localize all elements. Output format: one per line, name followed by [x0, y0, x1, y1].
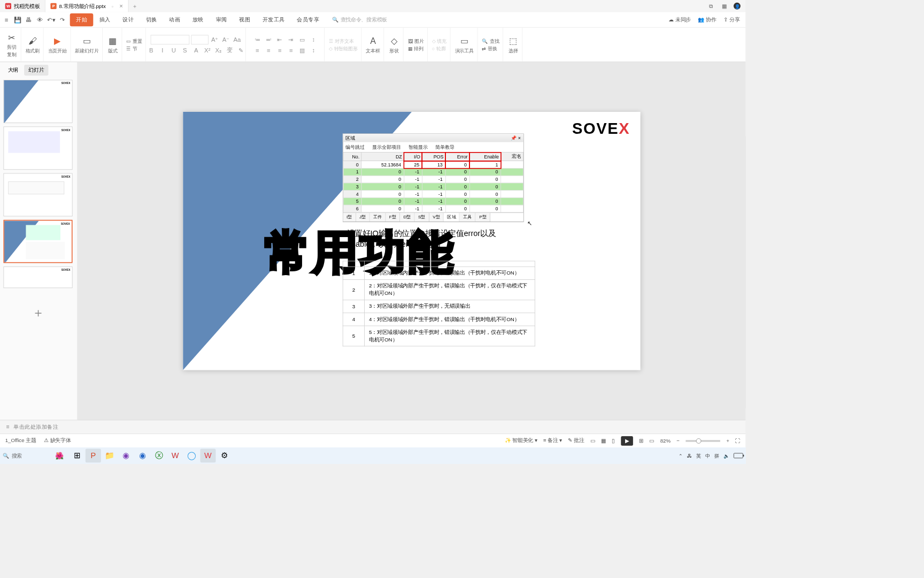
- desc-row: 22：对区域领域内部产生干扰时，错误输出（干扰时，仅在手动模式下电机可ON）: [343, 280, 535, 300]
- reading-view-icon[interactable]: ▯: [612, 438, 615, 444]
- window-layout-icon[interactable]: ⧉: [707, 3, 714, 10]
- comment-toggle[interactable]: ✎ 批注: [568, 437, 584, 445]
- ribbon-tab-审阅[interactable]: 审阅: [210, 13, 233, 26]
- slide-viewport[interactable]: SOVEX 区域 📌 × 编号跳过显示全部项目智能显示简单教导 No.DZI/O…: [78, 62, 745, 420]
- new-tab-button[interactable]: ＋: [128, 2, 141, 10]
- new-slide-button[interactable]: ▭新建幻灯片: [75, 35, 98, 54]
- ribbon-tab-设计[interactable]: 设计: [117, 13, 140, 26]
- grid-settings-icon[interactable]: ⊞: [639, 438, 643, 444]
- slide-canvas[interactable]: SOVEX 区域 📌 × 编号跳过显示全部项目智能显示简单教导 No.DZI/O…: [183, 112, 640, 370]
- people-icon: 👥: [698, 17, 704, 22]
- zoom-plus[interactable]: +: [726, 438, 729, 444]
- ribbon-tab-放映[interactable]: 放映: [187, 13, 210, 26]
- tab-close-icon[interactable]: ×: [119, 3, 123, 10]
- textbox-button[interactable]: A文本框: [366, 35, 380, 54]
- notes-toggle[interactable]: ≡ 备注 ▾: [543, 437, 562, 445]
- arrange-button[interactable]: ▦排列: [408, 45, 424, 51]
- col-header: No.: [343, 152, 361, 161]
- thumbnails[interactable]: SOVEX SOVEX SOVEX SOVEX SOVEX ＋: [0, 78, 77, 420]
- user-avatar[interactable]: 👤: [734, 3, 741, 10]
- save-icon[interactable]: 💾: [14, 16, 22, 24]
- xbox-icon[interactable]: ⓧ: [151, 448, 166, 462]
- slide-thumb-2[interactable]: SOVEX: [3, 126, 72, 170]
- browser-icon[interactable]: ◯: [184, 448, 199, 462]
- region-table: No.DZI/OPOSErrorEnable宏名 052.13684251301…: [343, 152, 523, 212]
- slides-tab[interactable]: 幻灯片: [24, 65, 48, 75]
- network-icon[interactable]: 🖧: [687, 453, 692, 459]
- taskbar-search[interactable]: 🔍 搜索: [3, 452, 50, 460]
- battery-icon[interactable]: [734, 453, 743, 459]
- indent-right-icon: ⇥: [286, 35, 296, 44]
- zoom-minus[interactable]: −: [676, 438, 680, 444]
- demo-tool-button[interactable]: ▭演示工具: [455, 35, 474, 54]
- slideshow-button[interactable]: ▶: [621, 436, 633, 446]
- share-icon: ⇪: [723, 17, 728, 22]
- layout-button[interactable]: ▦版式: [107, 35, 118, 54]
- undo-icon[interactable]: ↶▾: [48, 16, 56, 24]
- command-search[interactable]: 🔍 查找命令、搜索模板: [332, 16, 387, 24]
- wps-taskbar-icon[interactable]: W: [200, 448, 215, 462]
- format-painter-button[interactable]: 🖌格式刷: [26, 35, 40, 54]
- ime-lang-zh[interactable]: 中: [705, 452, 710, 459]
- beautify-button[interactable]: ✨ 智能美化 ▾: [505, 437, 537, 445]
- redo-icon[interactable]: ↷: [59, 16, 67, 24]
- outline-tab[interactable]: 大纲: [3, 65, 22, 75]
- explorer-icon[interactable]: 📁: [102, 448, 117, 462]
- reset-button[interactable]: ▭重置: [126, 38, 142, 44]
- table-row: 40-1-100: [343, 190, 523, 197]
- app-icon-blue[interactable]: ◉: [135, 448, 150, 462]
- zoom-level[interactable]: 82%: [660, 438, 671, 444]
- missing-font-button[interactable]: ⚠ 缺失字体: [44, 437, 71, 445]
- tab-current-file[interactable]: P 8.常用功能介绍.pptx ▫ ×: [45, 0, 129, 12]
- menu-icon[interactable]: ≡: [3, 16, 11, 24]
- find-button[interactable]: 🔍查找: [482, 38, 499, 44]
- add-slide-thumb[interactable]: ＋: [3, 292, 72, 335]
- zoom-slider[interactable]: [686, 440, 720, 442]
- collaborate-button[interactable]: 👥协作: [698, 16, 717, 24]
- slide-thumb-1[interactable]: SOVEX: [3, 80, 72, 123]
- ime-lang-en[interactable]: 英: [696, 452, 701, 459]
- ribbon-tab-视图[interactable]: 视图: [233, 13, 257, 26]
- select-button[interactable]: ⬚选择: [507, 35, 519, 54]
- notes-bar[interactable]: ≡ 单击此处添加备注: [0, 420, 745, 434]
- app-icon-w[interactable]: W: [167, 448, 183, 462]
- ribbon-tab-开发工具[interactable]: 开发工具: [256, 13, 291, 26]
- slide-thumb-4[interactable]: SOVEX: [3, 220, 72, 263]
- sync-status[interactable]: ☁未同步: [668, 16, 691, 24]
- replace-button[interactable]: ⇄替换: [482, 45, 497, 51]
- apps-icon[interactable]: ▦: [721, 3, 728, 10]
- panel-toolbar-item: 显示全部项目: [372, 144, 401, 150]
- powerpoint-taskbar-icon[interactable]: P: [86, 448, 101, 462]
- task-view-icon[interactable]: ⊞: [69, 448, 84, 462]
- tab-template[interactable]: W 找稻壳模板: [0, 0, 45, 12]
- ribbon-tab-动画[interactable]: 动画: [163, 13, 187, 26]
- section-button[interactable]: ☰节: [126, 45, 137, 51]
- settings-icon[interactable]: ⚙: [217, 448, 232, 462]
- copy-button[interactable]: 复制: [7, 51, 17, 58]
- shape-button[interactable]: ◇形状: [388, 35, 399, 54]
- zoom-out-button[interactable]: ▭: [649, 438, 654, 444]
- slide-thumb-3[interactable]: SOVEX: [3, 173, 72, 217]
- ribbon-tab-会员专享[interactable]: 会员专享: [291, 13, 326, 26]
- print-icon[interactable]: 🖶: [25, 16, 33, 24]
- cut-button[interactable]: ✂剪切: [6, 32, 17, 50]
- tab-dropdown-icon[interactable]: ▫: [112, 4, 113, 9]
- tray-chevron-icon[interactable]: ⌃: [679, 453, 682, 458]
- panel-toolbar-item: 编号跳过: [345, 144, 365, 150]
- slide-thumb-5[interactable]: SOVEX: [3, 267, 72, 288]
- sorter-view-icon[interactable]: ▦: [601, 438, 606, 444]
- volume-icon[interactable]: 🔈: [723, 453, 729, 458]
- ime-mode[interactable]: 拼: [714, 452, 719, 459]
- ribbon-tab-开始[interactable]: 开始: [70, 13, 94, 26]
- share-button[interactable]: ⇪分享: [723, 16, 740, 24]
- fit-window-icon[interactable]: ⛶: [735, 438, 741, 444]
- preview-icon[interactable]: 👁: [36, 16, 44, 24]
- picture-button[interactable]: 🖼图片: [408, 38, 424, 44]
- from-current-button[interactable]: ▶当页开始: [48, 35, 67, 54]
- ribbon-tab-插入[interactable]: 插入: [93, 13, 117, 26]
- theme-label[interactable]: 1_Office 主题: [5, 437, 36, 445]
- app-icon-purple[interactable]: ◉: [118, 448, 134, 462]
- cortana-icon[interactable]: 🌺: [52, 452, 67, 460]
- normal-view-icon[interactable]: ▭: [590, 438, 595, 444]
- ribbon-tab-切换[interactable]: 切换: [140, 13, 163, 26]
